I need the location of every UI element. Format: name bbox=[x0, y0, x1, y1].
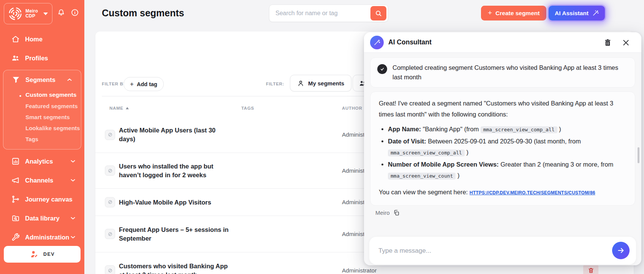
megaphone-icon bbox=[11, 176, 20, 184]
analytics-icon bbox=[11, 157, 20, 165]
create-segment-button[interactable]: + Create segment bbox=[481, 6, 546, 20]
sidebar-item-analytics[interactable]: Analytics bbox=[0, 152, 84, 171]
sidebar-item-label: Home bbox=[25, 36, 43, 43]
segments-sub-list: •Custom segments Featured segments Smart… bbox=[3, 89, 81, 145]
condition-item: Number of Mobile App Screen Views: Great… bbox=[388, 159, 627, 181]
sidebar-item-tags[interactable]: Tags bbox=[3, 134, 81, 145]
chevron-down-icon bbox=[70, 215, 76, 221]
magic-wand-icon bbox=[592, 10, 599, 16]
segment-name-cell: High-Value Mobile App Visitors bbox=[105, 197, 230, 207]
sidebar-item-label: Data library bbox=[25, 215, 60, 222]
sidebar-item-label: Administration bbox=[25, 234, 69, 241]
segment-hidden-icon bbox=[105, 197, 115, 207]
send-message-button[interactable] bbox=[612, 242, 630, 259]
status-message: Completed creating segment Customers who… bbox=[370, 57, 635, 88]
chevron-down-icon bbox=[70, 158, 76, 164]
active-dot: • bbox=[19, 93, 21, 99]
plus-icon: + bbox=[130, 80, 134, 88]
segment-author: Administrator bbox=[342, 267, 418, 274]
info-button[interactable] bbox=[71, 8, 79, 18]
segments-group: Segments •Custom segments Featured segme… bbox=[3, 70, 81, 150]
segment-hidden-icon bbox=[105, 165, 115, 176]
filter-label: FILTER: bbox=[266, 82, 284, 86]
segment-name-cell: Active Mobile App Users (last 30 days) bbox=[105, 126, 230, 143]
close-icon bbox=[622, 39, 630, 47]
trash-icon bbox=[604, 39, 612, 47]
sort-ascending-icon bbox=[126, 107, 129, 109]
dev-user-button[interactable]: DEV bbox=[4, 246, 81, 263]
search-icon bbox=[375, 9, 382, 17]
column-header-tags: TAGS bbox=[241, 106, 254, 110]
topbar: Custom segments + Create segment AI Assi… bbox=[84, 0, 644, 27]
segment-name-cell: Frequent App Users – 5+ sessions in Sept… bbox=[105, 225, 230, 243]
chevron-down-icon bbox=[70, 234, 76, 240]
sidebar-item-label: Segments bbox=[25, 76, 55, 83]
message-intro: Great! I've created a segment named "Cus… bbox=[379, 98, 627, 120]
sidebar-item-data-library[interactable]: Data library bbox=[0, 209, 84, 228]
ai-conversation: Completed creating segment Customers who… bbox=[364, 53, 641, 231]
message-outro: You can view the segment here: HTTPS://C… bbox=[379, 187, 627, 198]
segment-name: Customers who visited Banking App at lea… bbox=[119, 262, 230, 274]
sidebar-item-journey-canvas[interactable]: Journey canvas bbox=[0, 190, 84, 209]
notifications-button[interactable] bbox=[57, 8, 65, 18]
message-input-bar bbox=[369, 237, 636, 265]
check-icon bbox=[377, 64, 387, 74]
copy-message-button[interactable] bbox=[393, 209, 400, 216]
ai-panel-header: AI Consultant bbox=[364, 32, 641, 53]
search-input[interactable] bbox=[269, 5, 368, 22]
dev-label: DEV bbox=[43, 252, 55, 257]
sidebar-item-home[interactable]: Home bbox=[0, 30, 84, 49]
segment-hidden-icon bbox=[105, 130, 115, 140]
panel-scrollbar[interactable] bbox=[638, 147, 639, 163]
add-tag-button[interactable]: + Add tag bbox=[123, 77, 164, 91]
sidebar-nav: Home Profiles Segments •Custom segments … bbox=[0, 30, 84, 247]
sidebar-item-label: Analytics bbox=[25, 158, 53, 165]
chevron-up-icon bbox=[66, 77, 73, 83]
segment-name: Users who installed the app but haven’t … bbox=[119, 162, 230, 180]
assistant-message: Great! I've created a segment named "Cus… bbox=[370, 91, 635, 206]
app: MeiroCDP Home Profiles bbox=[0, 0, 644, 274]
segment-name-cell: Customers who visited Banking App at lea… bbox=[105, 262, 230, 274]
sidebar-item-smart-segments[interactable]: Smart segments bbox=[3, 112, 81, 123]
search-button[interactable] bbox=[370, 6, 386, 20]
sidebar-item-channels[interactable]: Channels bbox=[0, 171, 84, 190]
ai-panel-title: AI Consultant bbox=[388, 38, 432, 46]
funnel-icon bbox=[12, 76, 20, 84]
sidebar-item-label: Channels bbox=[25, 177, 53, 184]
user-icon bbox=[297, 80, 304, 87]
sidebar-item-label: Journey canvas bbox=[25, 196, 73, 203]
sidebar-item-lookalike-segments[interactable]: Lookalike segments bbox=[3, 123, 81, 134]
message-input[interactable] bbox=[369, 237, 605, 265]
page-title: Custom segments bbox=[102, 8, 184, 19]
close-panel-button[interactable] bbox=[621, 38, 631, 47]
column-header-name[interactable]: NAME bbox=[109, 106, 129, 110]
sidebar-item-custom-segments[interactable]: •Custom segments bbox=[3, 89, 81, 101]
segment-name: High-Value Mobile App Visitors bbox=[119, 198, 230, 206]
chevron-down-icon bbox=[43, 13, 48, 15]
copy-icon bbox=[393, 209, 400, 216]
sender-row: Meiro bbox=[375, 209, 635, 216]
magic-wand-icon bbox=[373, 39, 380, 46]
arrow-right-icon bbox=[617, 246, 625, 255]
sidebar-item-segments[interactable]: Segments bbox=[3, 70, 81, 89]
segment-name: Active Mobile App Users (last 30 days) bbox=[119, 126, 230, 143]
message-conditions-list: App Name: "Banking App" (from mma_screen… bbox=[388, 124, 627, 181]
data-library-icon bbox=[11, 214, 20, 222]
workspace-switcher[interactable]: MeiroCDP bbox=[4, 3, 52, 24]
bell-icon bbox=[57, 8, 65, 17]
ai-avatar bbox=[370, 36, 384, 49]
user-edit-icon bbox=[30, 250, 39, 259]
sidebar-item-profiles[interactable]: Profiles bbox=[0, 49, 84, 68]
ai-assistant-button[interactable]: AI Assistant bbox=[549, 6, 605, 20]
sidebar-item-administration[interactable]: Administration bbox=[0, 228, 84, 247]
clear-conversation-button[interactable] bbox=[603, 38, 612, 47]
ai-consultant-panel: AI Consultant Completed creating segment… bbox=[364, 32, 641, 265]
segment-link[interactable]: HTTPS://CDP.DEV.MEIRO.TECH/SEGMENTS/CUST… bbox=[470, 190, 595, 195]
search bbox=[269, 5, 388, 22]
plus-icon: + bbox=[488, 9, 492, 17]
wrench-icon bbox=[11, 233, 20, 241]
condition-item: App Name: "Banking App" (from mma_screen… bbox=[388, 124, 627, 135]
my-segments-filter-button[interactable]: My segments bbox=[290, 75, 351, 91]
sidebar-item-featured-segments[interactable]: Featured segments bbox=[3, 101, 81, 112]
meiro-logo-icon bbox=[8, 6, 22, 21]
